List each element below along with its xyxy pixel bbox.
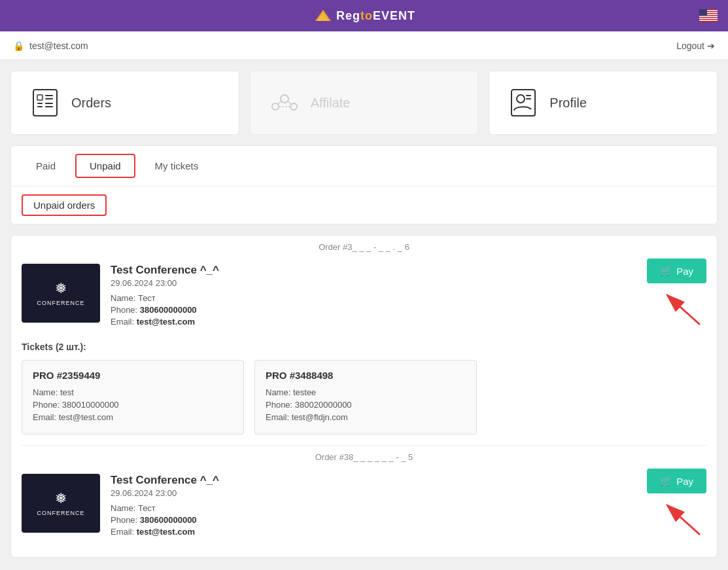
svg-rect-13 — [37, 106, 43, 107]
ticket-2-id: PRO #3488498 — [266, 370, 466, 381]
svg-rect-24 — [511, 90, 535, 116]
order-1-item: ❅ conference Test Conference ^_^ 29.06.2… — [22, 256, 636, 336]
svg-rect-27 — [526, 98, 531, 99]
cart-icon: 🛒 — [660, 265, 672, 277]
order-1-pay-button[interactable]: 🛒 Pay — [647, 258, 706, 283]
pay-label: Pay — [676, 266, 693, 277]
svg-rect-15 — [45, 98, 53, 99]
logo-mountain-icon — [313, 8, 334, 24]
tickets-grid: PRO #2359449 Name: test Phone: 380010000… — [22, 360, 706, 435]
order-2-phone: Phone: 380600000000 — [111, 515, 636, 525]
order-2-pay-button[interactable]: 🛒 Pay — [647, 469, 706, 493]
order-2-email: Email: test@test.com — [111, 527, 636, 537]
order-2-row: ❅ conference Test Conference ^_^ 29.06.2… — [22, 466, 706, 546]
profile-card[interactable]: Profile — [489, 71, 718, 135]
subheader: 🔒 test@test.com Logout ➔ — [0, 31, 728, 60]
cart-icon-2: 🛒 — [660, 475, 672, 487]
ticket-1-phone: Phone: 380010000000 — [33, 400, 233, 410]
header: RegtoEVENT — [0, 0, 728, 31]
svg-point-18 — [281, 95, 288, 103]
affiliate-icon — [269, 87, 300, 118]
svg-rect-6 — [699, 16, 718, 18]
svg-line-31 — [667, 505, 700, 535]
tickets-heading: Tickets (2 шт.): — [22, 342, 706, 352]
tab-unpaid[interactable]: Unpaid — [75, 154, 135, 178]
flag-icon[interactable] — [699, 9, 718, 22]
ticket-2-email: Email: test@fldjn.com — [266, 412, 466, 422]
conf-snowflake-icon-2: ❅ — [55, 490, 67, 507]
order-2-header: Order #38_ _ _ _ _ _ - _ 5 — [22, 446, 706, 466]
order-1-left: ❅ conference Test Conference ^_^ 29.06.2… — [22, 256, 636, 336]
svg-line-29 — [667, 295, 700, 325]
conf-text-2: conference — [37, 510, 84, 516]
order-1-details: Test Conference ^_^ 29.06.2024 23:00 Nam… — [111, 264, 636, 329]
user-info: 🔒 test@test.com — [13, 41, 88, 51]
tabs-bar: Paid Unpaid My tickets — [11, 146, 717, 187]
ticket-1-id: PRO #2359449 — [33, 370, 233, 381]
affiliate-label: Affilate — [311, 96, 351, 111]
svg-rect-26 — [526, 95, 531, 96]
conf-snowflake-icon: ❅ — [55, 280, 67, 297]
main-content: Orders Affilate — [0, 60, 728, 568]
order-2-item: ❅ conference Test Conference ^_^ 29.06.2… — [22, 466, 636, 546]
ticket-1-card: PRO #2359449 Name: test Phone: 380010000… — [22, 360, 244, 435]
orders-icon — [29, 87, 61, 118]
svg-rect-9 — [699, 9, 707, 16]
svg-line-22 — [288, 101, 292, 105]
svg-line-21 — [277, 101, 281, 105]
tab-paid[interactable]: Paid — [22, 154, 70, 178]
user-icon: 🔒 — [13, 41, 24, 51]
order-1-header: Order #3_ _ _ - _ _ . _ 6 — [22, 236, 706, 256]
ticket-2-phone: Phone: 380020000000 — [266, 400, 466, 410]
ticket-1-name: Name: test — [33, 387, 233, 397]
conf-text: conference — [37, 300, 84, 306]
order-1-date: 29.06.2024 23:00 — [111, 278, 636, 288]
unpaid-orders-label: Unpaid orders — [22, 194, 107, 216]
ticket-2-card: PRO #3488498 Name: testee Phone: 3800200… — [254, 360, 477, 435]
logout-icon: ➔ — [707, 41, 715, 51]
ticket-1-email: Email: test@test.com — [33, 412, 233, 422]
order-1-right: 🛒 Pay — [636, 256, 706, 328]
ticket-2-name: Name: testee — [266, 387, 466, 397]
order-2-date: 29.06.2024 23:00 — [111, 488, 636, 498]
orders-label: Orders — [71, 96, 111, 111]
logout-label: Logout — [676, 41, 704, 51]
svg-rect-8 — [699, 20, 718, 22]
order-1-arrow — [654, 289, 706, 328]
nav-cards: Orders Affilate — [10, 71, 718, 135]
order-1-name: Name: Тест — [111, 293, 636, 303]
order-1-email: Email: test@test.com — [111, 317, 636, 327]
svg-rect-17 — [45, 106, 53, 107]
order-2-name: Name: Тест — [111, 503, 636, 513]
logo: RegtoEVENT — [313, 8, 415, 24]
pay-label-2: Pay — [676, 476, 693, 487]
order-1-row: ❅ conference Test Conference ^_^ 29.06.2… — [22, 256, 706, 336]
svg-rect-14 — [45, 95, 53, 96]
order-2-right: 🛒 Pay — [636, 466, 706, 538]
logo-text: RegtoEVENT — [336, 9, 415, 23]
order-1-image: ❅ conference — [22, 264, 100, 323]
orders-container: Order #3_ _ _ - _ _ . _ 6 ❅ conference T… — [10, 235, 718, 558]
logout-button[interactable]: Logout ➔ — [676, 41, 715, 51]
order-1-phone: Phone: 380600000000 — [111, 305, 636, 315]
order-2-details: Test Conference ^_^ 29.06.2024 23:00 Nam… — [111, 474, 636, 539]
svg-rect-10 — [33, 90, 57, 116]
order-2-title: Test Conference ^_^ — [111, 474, 636, 487]
order-2-left: ❅ conference Test Conference ^_^ 29.06.2… — [22, 466, 636, 546]
svg-rect-7 — [699, 18, 718, 20]
user-email: test@test.com — [29, 41, 88, 51]
order-1-title: Test Conference ^_^ — [111, 264, 636, 277]
order-2-arrow — [654, 499, 706, 538]
unpaid-orders-heading: Unpaid orders — [11, 187, 717, 224]
profile-label: Profile — [549, 96, 587, 111]
profile-icon — [508, 87, 539, 118]
orders-card[interactable]: Orders — [10, 71, 239, 135]
tabs-section: Paid Unpaid My tickets Unpaid orders — [10, 145, 718, 224]
affiliate-card[interactable]: Affilate — [250, 71, 479, 135]
svg-rect-12 — [37, 103, 43, 104]
tab-my-tickets[interactable]: My tickets — [141, 154, 213, 178]
order-2-image: ❅ conference — [22, 474, 100, 533]
order-1-tickets: Tickets (2 шт.): PRO #2359449 Name: test… — [22, 342, 706, 446]
svg-rect-16 — [45, 103, 53, 104]
